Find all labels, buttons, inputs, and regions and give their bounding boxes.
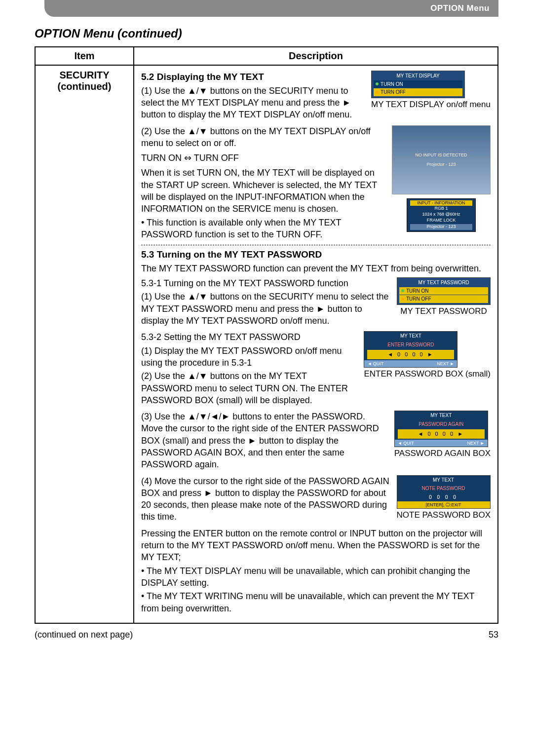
options-table: Item Description SECURITY (continued) 5.… — [35, 46, 498, 624]
topbar-label: OPTION Menu — [430, 3, 490, 13]
figure-caption-epb: ENTER PASSWORD BOX (small) — [364, 369, 491, 380]
info-1: RGB 1 — [410, 206, 472, 212]
menu-turn-on: TURN ON — [381, 81, 403, 88]
text-5-3-1: (1) Use the ▲/▼ buttons on the SECURITY … — [141, 291, 391, 327]
epb-digits: ◄ 0 0 0 0 ► — [367, 350, 454, 359]
epb-sub: ENTER PASSWORD — [364, 340, 457, 349]
figure-caption-display-menu: MY TEXT DISPLAY on/off menu — [371, 99, 491, 111]
footer: (continued on next page) 53 — [35, 630, 498, 640]
info-3: FRAME LOCK — [410, 218, 472, 224]
topbar: OPTION Menu — [44, 0, 498, 17]
menu-title: MY TEXT DISPLAY — [372, 72, 464, 80]
description-cell: 5.2 Displaying the MY TEXT (1) Use the ▲… — [134, 65, 498, 623]
item-subtitle: (continued) — [39, 81, 129, 92]
text-5-3-2-3: (3) Use the ▲/▼/◄/► buttons to enter the… — [141, 411, 388, 470]
heading-5-3: 5.3 Turning on the MY TEXT PASSWORD — [141, 248, 491, 261]
pw-menu-on: TURN ON — [406, 288, 429, 295]
text-5-3-intro: The MY TEXT PASSWORD function can preven… — [141, 263, 491, 274]
npb-nav: [ENTER], 🖵:EXIT — [425, 502, 461, 508]
pw-menu-title: MY TEXT PASSWORD — [397, 279, 490, 287]
figure-enter-password-box: MY TEXT ENTER PASSWORD ◄ 0 0 0 0 ► ◄ QUI… — [364, 331, 491, 380]
epb-title: MY TEXT — [364, 332, 457, 340]
text-5-3-5: Pressing the ENTER button on the remote … — [141, 528, 491, 564]
screen-line1: NO INPUT IS DETECTED — [416, 152, 467, 158]
heading-5-2: 5.2 Displaying the MY TEXT — [141, 71, 365, 83]
info-2: 1024 x 768 @60Hz — [410, 212, 472, 218]
npb-sub: NOTE PASSWORD — [397, 484, 490, 493]
pw-menu-off: TURN OFF — [406, 296, 431, 302]
npb-title: MY TEXT — [397, 476, 490, 485]
text-5-2-3: When it is set TURN ON, the MY TEXT will… — [141, 167, 386, 215]
text-5-2-4: • This function is available only when t… — [141, 217, 386, 241]
figure-password-again-box: MY TEXT PASSWORD AGAIN ◄ 0 0 0 0 ► ◄ QUI… — [394, 411, 491, 459]
text-5-3-2-2: (2) Use the ▲/▼ buttons on the MY TEXT P… — [141, 370, 358, 406]
heading-5-3-2: 5.3-2 Setting the MY TEXT PASSWORD — [141, 331, 358, 343]
item-cell: SECURITY (continued) — [35, 65, 134, 623]
figure-caption-pw-menu: MY TEXT PASSWORD — [397, 306, 491, 317]
text-5-2-1: (1) Use the ▲/▼ buttons on the SECURITY … — [141, 85, 365, 121]
bullet-2: • The MY TEXT WRITING menu will be unava… — [141, 590, 491, 614]
page-number: 53 — [489, 630, 498, 640]
figure-caption-pab: PASSWORD AGAIN BOX — [394, 448, 491, 459]
figure-caption-npb: NOTE PASSWORD BOX — [397, 510, 491, 521]
text-5-2-2: (2) Use the ▲/▼ buttons on the MY TEXT D… — [141, 125, 386, 150]
toggle-line: TURN ON ⇔ TURN OFF — [141, 152, 386, 164]
pab-quit: ◄ QUIT — [398, 440, 414, 446]
screen-line2: Projector - 123 — [426, 161, 456, 167]
menu-turn-off: TURN OFF — [381, 89, 406, 96]
divider — [141, 245, 491, 245]
pab-next: NEXT ► — [467, 440, 485, 446]
text-5-3-2-1: (1) Display the MY TEXT PASSWORD on/off … — [141, 345, 358, 369]
info-4: Projector - 123 — [410, 224, 472, 230]
bullet-1: • The MY TEXT DISPLAY menu will be unava… — [141, 565, 491, 589]
epb-quit: ◄ QUIT — [367, 361, 383, 367]
figure-note-password-box: MY TEXT NOTE PASSWORD 0 0 0 0 [ENTER], 🖵… — [397, 475, 491, 522]
heading-5-3-1: 5.3-1 Turning on the MY TEXT PASSWORD fu… — [141, 277, 391, 289]
pab-digits: ◄ 0 0 0 0 ► — [398, 429, 485, 439]
continued-note: (continued on next page) — [35, 630, 133, 640]
pab-sub: PASSWORD AGAIN — [395, 420, 488, 429]
page: OPTION Menu OPTION Menu (continued) Item… — [0, 0, 533, 670]
item-title: SECURITY — [39, 70, 129, 81]
figure-password-menu: MY TEXT PASSWORD TURN ON TURN OFF MY TEX… — [397, 277, 491, 317]
npb-digits: 0 0 0 0 — [397, 493, 490, 502]
figure-mytext-display-menu: MY TEXT DISPLAY TURN ON TURN OFF MY TEXT… — [371, 71, 491, 110]
pab-title: MY TEXT — [395, 411, 488, 420]
text-5-3-2-4: (4) Move the cursor to the right side of… — [141, 475, 391, 523]
section-heading: OPTION Menu (continued) — [35, 27, 498, 40]
col-description-header: Description — [134, 47, 498, 65]
epb-next: NEXT ► — [437, 361, 454, 367]
col-item-header: Item — [35, 47, 134, 65]
info-title: INPUT - INFORMATION — [410, 200, 472, 206]
figure-startup-screen: NO INPUT IS DETECTED Projector - 123 INP… — [392, 125, 491, 232]
